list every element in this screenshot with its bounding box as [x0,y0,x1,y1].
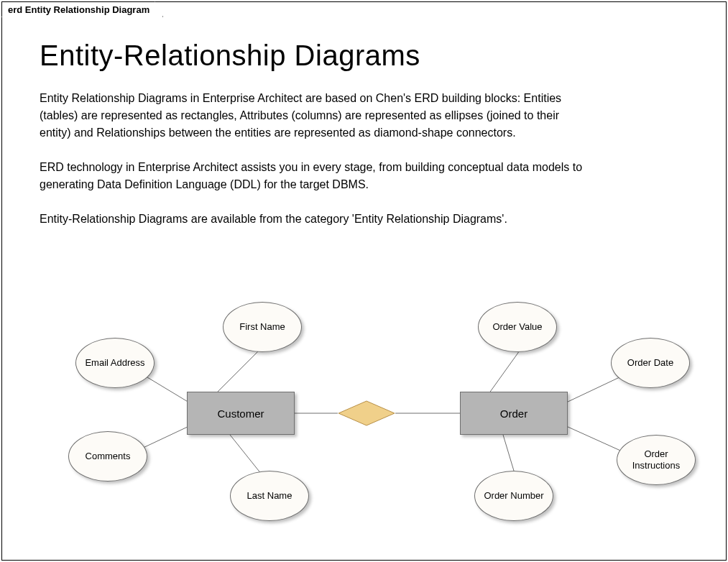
entity-order[interactable]: Order [460,392,568,435]
svg-line-3 [147,377,189,402]
attribute-order-value[interactable]: Order Value [478,302,557,352]
svg-line-2 [216,347,262,394]
svg-line-6 [489,351,520,394]
svg-line-4 [140,426,189,449]
svg-line-8 [566,426,625,453]
attribute-order-instructions[interactable]: Order Instructions [617,435,696,485]
svg-marker-10 [338,401,395,425]
svg-line-7 [566,377,619,402]
attribute-order-number[interactable]: Order Number [474,471,553,521]
relationship-diamond[interactable] [338,400,395,426]
attribute-last-name[interactable]: Last Name [230,471,309,521]
attribute-first-name[interactable]: First Name [223,302,302,352]
entity-customer[interactable]: Customer [187,392,295,435]
attribute-email-address[interactable]: Email Address [75,338,155,388]
attribute-order-date[interactable]: Order Date [611,338,690,388]
attribute-comments[interactable]: Comments [68,431,147,482]
